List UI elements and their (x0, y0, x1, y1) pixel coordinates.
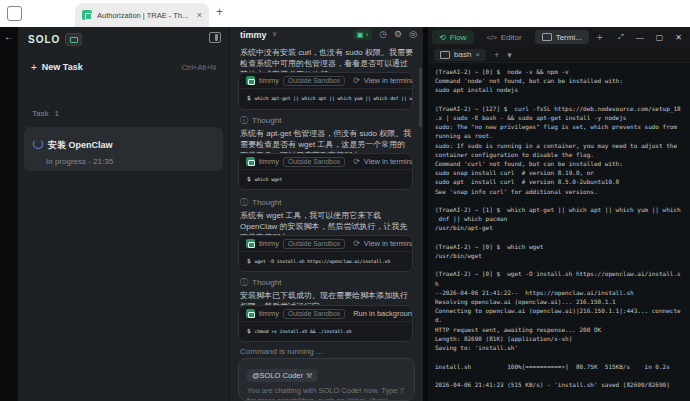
command-card: timmy Outside Sandbox ⟳ View in terminal… (238, 153, 413, 190)
window-controls: ⤢ — ▢ ✕ (618, 33, 686, 42)
bash-tab-label: bash (454, 50, 471, 59)
terminal-label: Termi... (556, 33, 582, 42)
new-task-label: New Task (42, 62, 182, 72)
new-task-button[interactable]: + New Task Ctrl+Alt+N (26, 57, 221, 77)
thought-row[interactable]: ⓘ Thought (240, 277, 281, 288)
command-card: timmy Outside Sandbox ⟳ View in terminal… (238, 72, 413, 110)
sidebar-header: SOLO (28, 33, 82, 46)
browser-tab[interactable]: Authorization | TRAE - Th... × (75, 3, 209, 27)
browser-tab-title: Authorization | TRAE - Th... (97, 11, 192, 20)
task-list-item[interactable]: 安装 OpenClaw In progress - 21:35 (24, 127, 223, 171)
rerun-icon[interactable]: ⟳ (353, 76, 360, 85)
plus-icon: + (31, 62, 37, 73)
run-in-background-button[interactable]: Run in background (353, 309, 413, 318)
add-panel-tab-button[interactable]: + (597, 32, 603, 43)
sandbox-env-chip[interactable]: ▣› (353, 29, 373, 40)
gear-icon[interactable]: ⚙ (394, 30, 402, 39)
info-icon: ⓘ (240, 115, 248, 126)
view-in-terminal-link[interactable]: View in terminal (364, 239, 413, 248)
agent-name[interactable]: timmy (240, 30, 267, 40)
rerun-icon[interactable]: ⟳ (353, 157, 360, 166)
chat-header: timmy ∨ ▣› ◷ ⚙ ◎ (230, 27, 423, 43)
close-icon[interactable]: × (475, 50, 480, 59)
maximize-icon[interactable]: ▢ (656, 33, 664, 42)
sandbox-badge: Outside Sandbox (283, 76, 345, 86)
task-sidebar: SOLO + New Task Ctrl+Alt+N Task1 安装 Open… (18, 27, 230, 401)
command-card-header: timmy Outside Sandbox Run in background … (239, 306, 412, 321)
tab-terminal[interactable]: Termi... (535, 30, 589, 44)
info-icon: ⓘ (240, 197, 248, 208)
terminal-menu-icon[interactable]: ▾ (507, 50, 512, 60)
thought-row[interactable]: ⓘ Thought (240, 115, 281, 126)
prompt-symbol: $ (247, 257, 251, 264)
prompt-symbol: $ (247, 94, 251, 101)
agent-avatar (246, 239, 255, 248)
tab-flow[interactable]: ⟲ Flow (432, 30, 474, 44)
task-title: 安装 OpenClaw (48, 140, 113, 150)
browser-app-icon[interactable] (7, 6, 22, 21)
command-string: which wget (255, 177, 283, 182)
card-agent-name: timmy (259, 76, 279, 85)
agent-avatar (246, 309, 255, 318)
agent-avatar (246, 157, 255, 166)
command-card-header: timmy Outside Sandbox ⟳ View in terminal… (239, 73, 412, 88)
chip-label: @SOLO Coder (252, 371, 303, 380)
thought-row[interactable]: ⓘ Thought (240, 197, 281, 208)
terminal-output[interactable]: (TraeAI-2) ~ [0] $ node -v && npm -v Com… (435, 67, 688, 401)
browser-chrome: Authorization | TRAE - Th... × + (0, 0, 690, 27)
view-in-terminal-link[interactable]: View in terminal (364, 157, 413, 166)
trae-favicon (82, 10, 92, 20)
command-card-header: timmy Outside Sandbox ⟳ View in terminal… (239, 236, 412, 251)
solo-badge-icon (65, 33, 82, 46)
command-card-running: timmy Outside Sandbox Run in background … (238, 305, 413, 342)
command-text[interactable]: $which wget (239, 169, 412, 187)
history-icon[interactable]: ◷ (379, 30, 387, 39)
minimize-icon[interactable]: — (636, 33, 644, 42)
new-tab-button[interactable]: + (216, 5, 223, 19)
thought-label: Thought (252, 116, 281, 125)
thought-label: Thought (252, 198, 281, 207)
prompt-symbol: $ (247, 327, 251, 334)
command-string: wget -O install.sh https://openclaw.ai/i… (255, 259, 391, 264)
tab-close-icon[interactable]: × (197, 10, 202, 20)
task-count: 1 (54, 109, 58, 118)
chevron-down-icon[interactable]: ∨ (272, 30, 277, 38)
back-arrow-icon[interactable]: ← (4, 31, 14, 42)
panel-toggle-icon[interactable] (209, 32, 221, 43)
sandbox-badge: Outside Sandbox (283, 239, 345, 249)
command-text[interactable]: $chmod +x install.sh && ./install.sh (239, 321, 412, 339)
chevron-right-icon: › (366, 30, 369, 39)
flow-icon: ⟲ (439, 33, 446, 42)
expand-icon[interactable]: ⤢ (618, 33, 624, 41)
command-string: chmod +x install.sh && ./install.sh (255, 329, 352, 334)
rerun-icon[interactable]: ⟳ (353, 239, 360, 248)
close-icon[interactable]: ✕ (675, 33, 682, 42)
flow-label: Flow (450, 33, 467, 42)
task-status: In progress - 21:35 (46, 157, 214, 166)
sandbox-badge: Outside Sandbox (283, 309, 345, 319)
workspace-tab-bar: ⟲ Flow </> Editor Termi... + ⤢ — ▢ ✕ (428, 27, 690, 47)
workspace-panel: ⟲ Flow </> Editor Termi... + ⤢ — ▢ ✕ (428, 27, 690, 401)
chat-input[interactable]: @SOLO Coder ⚒ You are chatting with SOLO… (238, 358, 415, 401)
chat-input-hint: You are chatting with SOLO Coder now. Ty… (247, 386, 406, 401)
task-section-label: Task1 (32, 109, 59, 118)
solo-coder-chip[interactable]: @SOLO Coder ⚒ (247, 369, 317, 382)
tab-editor[interactable]: </> Editor (480, 30, 529, 44)
task-section-text: Task (32, 109, 48, 118)
chat-header-icons: ▣› ◷ ⚙ ◎ (353, 29, 417, 40)
view-in-terminal-link[interactable]: View in terminal (364, 76, 413, 85)
terminal-icon (440, 51, 450, 59)
new-terminal-button[interactable]: + (494, 50, 499, 60)
sandbox-icon: ▣ (357, 30, 364, 39)
command-text[interactable]: $which apt-get || which apt || which yum… (239, 88, 412, 106)
card-agent-name: timmy (259, 239, 279, 248)
profile-icon[interactable]: ◎ (409, 30, 417, 39)
editor-label: Editor (501, 33, 522, 42)
terminal-icon (542, 33, 552, 41)
chat-scrollbar[interactable] (419, 67, 422, 127)
command-running-status: Command is running ... (240, 347, 323, 356)
left-rail: ← (0, 27, 18, 401)
bash-tab[interactable]: bash × (434, 49, 486, 61)
command-text[interactable]: $wget -O install.sh https://openclaw.ai/… (239, 251, 412, 269)
new-task-shortcut: Ctrl+Alt+N (181, 63, 216, 72)
